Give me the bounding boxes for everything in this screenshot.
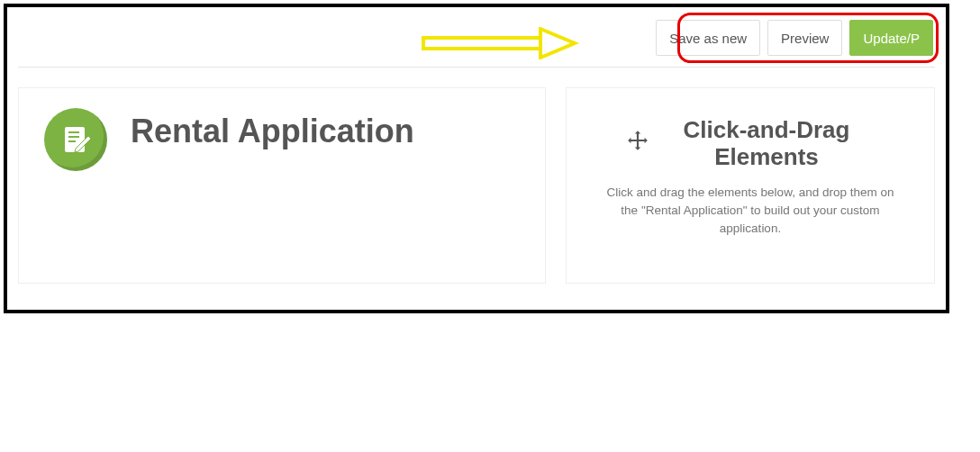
palette-description: Click and drag the elements below, and d… [588,184,912,239]
app-window: Save as new Preview Update/P Rental Appl… [4,4,949,313]
form-title: Rental Application [131,112,414,150]
content-row: Rental Application Click-and-Drag Elemen… [7,68,946,284]
form-preview-panel[interactable]: Rental Application [18,87,546,284]
form-icon [44,108,107,171]
move-icon [626,129,649,158]
annotation-arrow [422,27,602,63]
preview-label: Preview [781,31,829,46]
save-as-new-label: Save as new [669,31,747,46]
svg-rect-0 [423,38,540,49]
toolbar: Save as new Preview Update/P [7,7,946,67]
palette-title: Click-and-Drag Elements [658,117,875,171]
save-as-new-button[interactable]: Save as new [656,20,760,56]
palette-title-row: Click-and-Drag Elements [588,117,912,171]
update-button[interactable]: Update/P [849,20,933,56]
elements-palette-panel: Click-and-Drag Elements Click and drag t… [566,87,935,284]
update-label: Update/P [863,31,920,46]
preview-button[interactable]: Preview [767,20,842,56]
